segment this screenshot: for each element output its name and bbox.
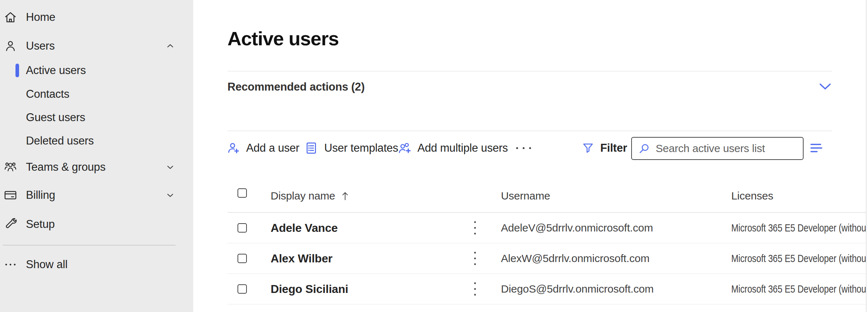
- user-licenses: Microsoft 365 E5 Developer (withou: [731, 243, 866, 274]
- more-horizontal-icon: [514, 144, 533, 152]
- user-licenses: Microsoft 365 E5 Developer (withou: [731, 274, 866, 304]
- section-divider: [227, 71, 832, 72]
- user-username: AlexW@5drrlv.onmicrosoft.com: [501, 243, 650, 274]
- filter-button[interactable]: Filter: [582, 137, 627, 160]
- sidebar-item-teams-groups[interactable]: Teams & groups: [0, 156, 193, 178]
- row-more-actions-icon[interactable]: [469, 213, 481, 243]
- row-checkbox[interactable]: [238, 223, 247, 233]
- active-users-table: Display name Username Licenses Adele Van…: [227, 180, 867, 304]
- user-display-name[interactable]: Adele Vance: [271, 213, 338, 243]
- search-input[interactable]: [655, 142, 793, 155]
- list-options-icon[interactable]: [810, 141, 825, 155]
- sort-ascending-icon: [340, 191, 350, 201]
- add-user-label: Add a user: [246, 142, 299, 155]
- table-row: Alex Wilber AlexW@5drrlv.onmicrosoft.com…: [227, 243, 867, 274]
- sidebar-item-label: Billing: [26, 189, 55, 202]
- user-display-name[interactable]: Diego Siciliani: [271, 274, 348, 304]
- sidebar-item-label: Users: [26, 40, 55, 52]
- sidebar-item-billing[interactable]: Billing: [0, 184, 193, 206]
- filter-label: Filter: [600, 142, 627, 155]
- ellipsis-icon: [4, 258, 17, 271]
- sidebar-item-users[interactable]: Users: [0, 35, 193, 57]
- chevron-down-icon: [166, 191, 175, 200]
- toolbar-overflow-button[interactable]: [514, 137, 533, 160]
- table-row: Diego Siciliani DiegoS@5drrlv.onmicrosof…: [227, 274, 867, 304]
- recommended-actions-expand-chevron-icon[interactable]: [818, 81, 832, 92]
- column-header-licenses[interactable]: Licenses: [731, 180, 773, 212]
- sidebar-item-home[interactable]: Home: [0, 6, 193, 28]
- table-row: Adele Vance AdeleV@5drrlv.onmicrosoft.co…: [227, 213, 867, 243]
- people-icon: [4, 160, 17, 174]
- filter-funnel-icon: [582, 142, 595, 155]
- sidebar-item-label: Deleted users: [26, 134, 94, 147]
- row-checkbox[interactable]: [238, 254, 247, 263]
- display-name-header-label: Display name: [271, 190, 335, 202]
- sidebar-item-contacts[interactable]: Contacts: [0, 83, 193, 105]
- add-multiple-users-label: Add multiple users: [417, 142, 508, 155]
- select-all-checkbox[interactable]: [238, 188, 247, 198]
- section-divider: [227, 130, 832, 131]
- wrench-icon: [4, 217, 17, 231]
- search-icon: [638, 142, 651, 155]
- sidebar-item-label: Show all: [26, 258, 68, 271]
- credit-card-icon: [4, 188, 17, 202]
- user-templates-button[interactable]: User templates: [304, 137, 398, 160]
- sidebar-item-setup[interactable]: Setup: [0, 213, 193, 235]
- sidebar-item-label: Contacts: [26, 88, 69, 101]
- sidebar-item-label: Home: [26, 11, 55, 24]
- person-add-icon: [226, 141, 240, 155]
- sidebar-item-guest-users[interactable]: Guest users: [0, 106, 193, 129]
- template-list-icon: [304, 141, 318, 155]
- sidebar-item-label: Active users: [26, 64, 86, 77]
- page-title: Active users: [227, 27, 339, 50]
- sidebar: Home Users Active users Contacts Guest u: [0, 0, 193, 312]
- user-templates-label: User templates: [324, 142, 398, 155]
- sidebar-divider: [3, 245, 176, 246]
- add-multiple-users-button[interactable]: Add multiple users: [397, 137, 508, 160]
- user-display-name[interactable]: Alex Wilber: [271, 243, 333, 274]
- sidebar-item-label: Teams & groups: [26, 161, 105, 174]
- row-more-actions-icon[interactable]: [469, 274, 481, 304]
- sidebar-item-label: Guest users: [26, 111, 85, 124]
- username-header-label: Username: [501, 190, 550, 202]
- row-checkbox[interactable]: [238, 284, 247, 294]
- people-add-icon: [397, 141, 412, 155]
- person-icon: [4, 39, 17, 53]
- sidebar-item-deleted-users[interactable]: Deleted users: [0, 130, 193, 152]
- row-more-actions-icon[interactable]: [469, 243, 481, 274]
- column-header-display-name[interactable]: Display name: [271, 180, 350, 212]
- sidebar-item-show-all[interactable]: Show all: [0, 253, 193, 276]
- chevron-up-icon: [166, 41, 175, 51]
- sidebar-item-label: Setup: [26, 218, 55, 231]
- recommended-actions-heading: Recommended actions (2): [227, 81, 365, 93]
- add-user-button[interactable]: Add a user: [226, 137, 299, 160]
- table-header-row: Display name Username Licenses: [227, 180, 867, 213]
- user-licenses: Microsoft 365 E5 Developer (withou: [731, 213, 866, 243]
- sidebar-item-active-users[interactable]: Active users: [0, 59, 193, 82]
- scroll-edge-divider: [866, 0, 867, 312]
- licenses-header-label: Licenses: [731, 190, 773, 202]
- user-username: AdeleV@5drrlv.onmicrosoft.com: [501, 213, 653, 243]
- search-box: [631, 137, 804, 160]
- chevron-down-icon: [166, 162, 175, 172]
- user-username: DiegoS@5drrlv.onmicrosoft.com: [501, 274, 654, 304]
- m365-admin-active-users-screen: Home Users Active users Contacts Guest u: [0, 0, 868, 312]
- home-icon: [4, 10, 17, 24]
- column-header-username[interactable]: Username: [501, 180, 550, 212]
